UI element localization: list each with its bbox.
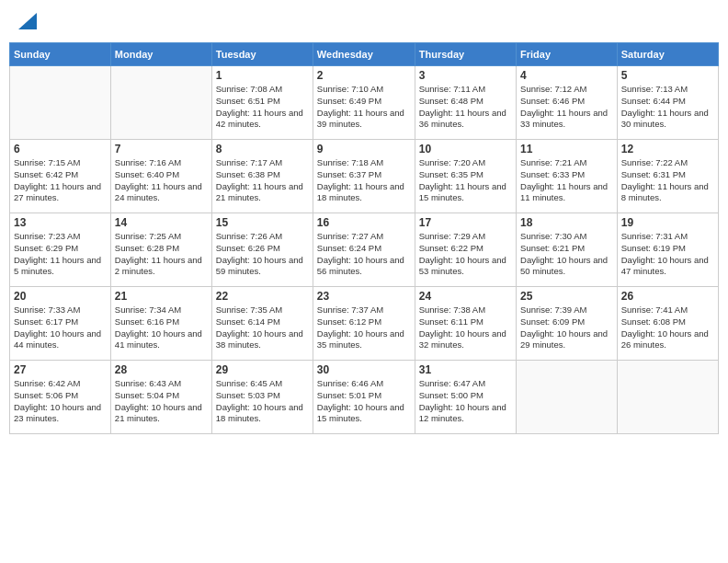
day-header-tuesday: Tuesday	[211, 43, 313, 66]
day-info: Sunrise: 7:25 AMSunset: 6:28 PMDaylight:…	[115, 231, 208, 278]
day-info: Sunrise: 7:34 AMSunset: 6:16 PMDaylight:…	[115, 304, 208, 351]
day-number: 15	[216, 216, 309, 229]
logo-icon	[18, 13, 37, 29]
day-number: 27	[14, 363, 107, 376]
calendar-cell: 10Sunrise: 7:20 AMSunset: 6:35 PMDayligh…	[415, 140, 516, 213]
day-info: Sunrise: 7:15 AMSunset: 6:42 PMDaylight:…	[14, 157, 107, 204]
day-info: Sunrise: 7:27 AMSunset: 6:24 PMDaylight:…	[317, 231, 411, 278]
page-header	[9, 9, 719, 37]
calendar-cell: 24Sunrise: 7:38 AMSunset: 6:11 PMDayligh…	[415, 287, 516, 361]
day-info: Sunrise: 7:22 AMSunset: 6:31 PMDaylight:…	[621, 157, 714, 204]
calendar-cell	[10, 66, 111, 140]
day-info: Sunrise: 7:16 AMSunset: 6:40 PMDaylight:…	[115, 157, 208, 204]
calendar-cell: 17Sunrise: 7:29 AMSunset: 6:22 PMDayligh…	[415, 213, 516, 287]
calendar-cell: 2Sunrise: 7:10 AMSunset: 6:49 PMDaylight…	[313, 66, 415, 140]
calendar-cell	[517, 361, 618, 434]
calendar-cell: 5Sunrise: 7:13 AMSunset: 6:44 PMDaylight…	[617, 66, 718, 140]
calendar-cell: 12Sunrise: 7:22 AMSunset: 6:31 PMDayligh…	[617, 140, 718, 213]
day-info: Sunrise: 7:17 AMSunset: 6:38 PMDaylight:…	[216, 157, 309, 204]
day-number: 8	[216, 143, 309, 155]
day-number: 1	[216, 69, 309, 82]
calendar-cell: 3Sunrise: 7:11 AMSunset: 6:48 PMDaylight…	[415, 66, 516, 140]
day-info: Sunrise: 7:13 AMSunset: 6:44 PMDaylight:…	[621, 84, 714, 131]
day-info: Sunrise: 7:10 AMSunset: 6:49 PMDaylight:…	[317, 84, 411, 131]
day-header-thursday: Thursday	[415, 43, 516, 66]
calendar-cell: 20Sunrise: 7:33 AMSunset: 6:17 PMDayligh…	[10, 287, 111, 361]
calendar-cell	[110, 66, 211, 140]
day-info: Sunrise: 7:30 AMSunset: 6:21 PMDaylight:…	[520, 231, 613, 278]
day-info: Sunrise: 7:39 AMSunset: 6:09 PMDaylight:…	[520, 304, 613, 351]
day-header-saturday: Saturday	[617, 43, 718, 66]
day-number: 31	[419, 363, 512, 376]
logo	[17, 13, 37, 33]
day-info: Sunrise: 7:41 AMSunset: 6:08 PMDaylight:…	[621, 304, 714, 351]
day-info: Sunrise: 7:33 AMSunset: 6:17 PMDaylight:…	[14, 304, 107, 351]
svg-marker-0	[18, 13, 37, 29]
day-info: Sunrise: 7:37 AMSunset: 6:12 PMDaylight:…	[317, 304, 411, 351]
calendar-cell: 27Sunrise: 6:42 AMSunset: 5:06 PMDayligh…	[10, 361, 111, 434]
calendar-cell: 15Sunrise: 7:26 AMSunset: 6:26 PMDayligh…	[211, 213, 313, 287]
calendar-cell: 11Sunrise: 7:21 AMSunset: 6:33 PMDayligh…	[517, 140, 618, 213]
calendar-cell: 26Sunrise: 7:41 AMSunset: 6:08 PMDayligh…	[617, 287, 718, 361]
day-number: 22	[216, 290, 309, 303]
day-info: Sunrise: 7:31 AMSunset: 6:19 PMDaylight:…	[621, 231, 714, 278]
day-number: 17	[419, 216, 512, 229]
day-info: Sunrise: 6:43 AMSunset: 5:04 PMDaylight:…	[115, 378, 208, 425]
calendar-cell: 13Sunrise: 7:23 AMSunset: 6:29 PMDayligh…	[10, 213, 111, 287]
day-info: Sunrise: 7:23 AMSunset: 6:29 PMDaylight:…	[14, 231, 107, 278]
day-header-sunday: Sunday	[10, 43, 111, 66]
day-info: Sunrise: 7:08 AMSunset: 6:51 PMDaylight:…	[216, 84, 309, 131]
calendar-week-row: 1Sunrise: 7:08 AMSunset: 6:51 PMDaylight…	[10, 66, 719, 140]
day-info: Sunrise: 7:20 AMSunset: 6:35 PMDaylight:…	[419, 157, 512, 204]
calendar-week-row: 27Sunrise: 6:42 AMSunset: 5:06 PMDayligh…	[10, 361, 719, 434]
calendar-cell: 29Sunrise: 6:45 AMSunset: 5:03 PMDayligh…	[211, 361, 313, 434]
day-number: 11	[520, 143, 613, 155]
day-number: 30	[317, 363, 411, 376]
day-number: 21	[115, 290, 208, 303]
day-number: 12	[621, 143, 714, 155]
calendar-cell: 7Sunrise: 7:16 AMSunset: 6:40 PMDaylight…	[110, 140, 211, 213]
calendar-week-row: 6Sunrise: 7:15 AMSunset: 6:42 PMDaylight…	[10, 140, 719, 213]
day-info: Sunrise: 7:21 AMSunset: 6:33 PMDaylight:…	[520, 157, 613, 204]
day-number: 24	[419, 290, 512, 303]
calendar-cell: 23Sunrise: 7:37 AMSunset: 6:12 PMDayligh…	[313, 287, 415, 361]
day-info: Sunrise: 6:47 AMSunset: 5:00 PMDaylight:…	[419, 378, 512, 425]
day-info: Sunrise: 6:46 AMSunset: 5:01 PMDaylight:…	[317, 378, 411, 425]
day-header-friday: Friday	[517, 43, 618, 66]
day-header-wednesday: Wednesday	[313, 43, 415, 66]
calendar-cell	[617, 361, 718, 434]
calendar-cell: 4Sunrise: 7:12 AMSunset: 6:46 PMDaylight…	[517, 66, 618, 140]
calendar-cell: 9Sunrise: 7:18 AMSunset: 6:37 PMDaylight…	[313, 140, 415, 213]
calendar-table: SundayMondayTuesdayWednesdayThursdayFrid…	[9, 42, 719, 434]
calendar-header-row: SundayMondayTuesdayWednesdayThursdayFrid…	[10, 43, 719, 66]
calendar-cell: 1Sunrise: 7:08 AMSunset: 6:51 PMDaylight…	[211, 66, 313, 140]
calendar-cell: 8Sunrise: 7:17 AMSunset: 6:38 PMDaylight…	[211, 140, 313, 213]
calendar-cell: 25Sunrise: 7:39 AMSunset: 6:09 PMDayligh…	[517, 287, 618, 361]
day-number: 23	[317, 290, 411, 303]
day-info: Sunrise: 7:38 AMSunset: 6:11 PMDaylight:…	[419, 304, 512, 351]
calendar-cell: 18Sunrise: 7:30 AMSunset: 6:21 PMDayligh…	[517, 213, 618, 287]
calendar-cell: 30Sunrise: 6:46 AMSunset: 5:01 PMDayligh…	[313, 361, 415, 434]
day-number: 26	[621, 290, 714, 303]
day-info: Sunrise: 7:18 AMSunset: 6:37 PMDaylight:…	[317, 157, 411, 204]
day-header-monday: Monday	[110, 43, 211, 66]
day-number: 3	[419, 69, 512, 82]
calendar-cell: 6Sunrise: 7:15 AMSunset: 6:42 PMDaylight…	[10, 140, 111, 213]
day-number: 5	[621, 69, 714, 82]
calendar-cell: 16Sunrise: 7:27 AMSunset: 6:24 PMDayligh…	[313, 213, 415, 287]
day-info: Sunrise: 7:35 AMSunset: 6:14 PMDaylight:…	[216, 304, 309, 351]
day-info: Sunrise: 7:26 AMSunset: 6:26 PMDaylight:…	[216, 231, 309, 278]
day-info: Sunrise: 6:42 AMSunset: 5:06 PMDaylight:…	[14, 378, 107, 425]
day-info: Sunrise: 7:12 AMSunset: 6:46 PMDaylight:…	[520, 84, 613, 131]
calendar-week-row: 13Sunrise: 7:23 AMSunset: 6:29 PMDayligh…	[10, 213, 719, 287]
calendar-week-row: 20Sunrise: 7:33 AMSunset: 6:17 PMDayligh…	[10, 287, 719, 361]
day-number: 13	[14, 216, 107, 229]
calendar-cell: 19Sunrise: 7:31 AMSunset: 6:19 PMDayligh…	[617, 213, 718, 287]
calendar-cell: 28Sunrise: 6:43 AMSunset: 5:04 PMDayligh…	[110, 361, 211, 434]
day-number: 6	[14, 143, 107, 155]
day-number: 14	[115, 216, 208, 229]
day-number: 28	[115, 363, 208, 376]
day-number: 2	[317, 69, 411, 82]
day-number: 9	[317, 143, 411, 155]
day-number: 20	[14, 290, 107, 303]
